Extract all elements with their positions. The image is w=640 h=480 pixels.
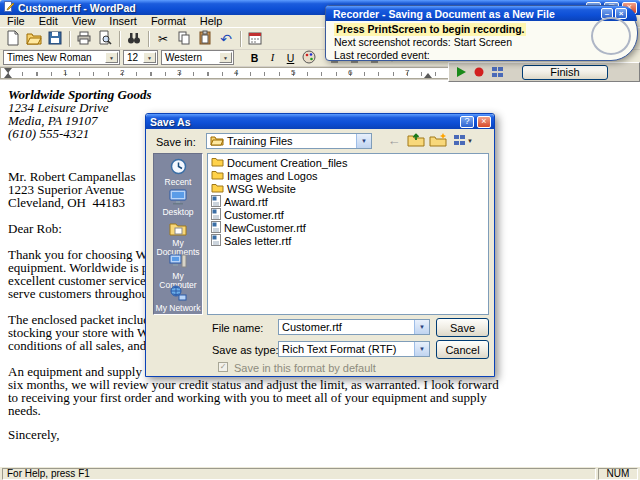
- chevron-down-icon[interactable]: ▼: [105, 52, 118, 63]
- cancel-button[interactable]: Cancel: [436, 340, 489, 359]
- new-button[interactable]: [3, 29, 23, 49]
- save-as-type-combo[interactable]: Rich Text Format (RTF) ▼: [278, 341, 430, 357]
- underline-button[interactable]: U: [282, 50, 299, 65]
- help-button[interactable]: ?: [460, 116, 474, 128]
- toolbar-separator: [69, 31, 70, 47]
- place-label: Desktop: [162, 208, 193, 217]
- menu-view[interactable]: View: [65, 15, 103, 28]
- find-button[interactable]: [124, 29, 144, 49]
- cut-button[interactable]: ✂: [153, 29, 173, 49]
- open-button[interactable]: [24, 29, 44, 49]
- place-desktop[interactable]: Desktop: [154, 187, 202, 218]
- recipient-line: Cleveland, OH 44183: [8, 196, 125, 209]
- file-name-input[interactable]: Customer.rtf ▼: [278, 319, 430, 335]
- save-as-type-value: Rich Text Format (RTF): [282, 343, 397, 355]
- file-name: Customer.rtf: [224, 209, 284, 221]
- date-time-button[interactable]: [245, 29, 265, 49]
- folder-open-icon: [210, 134, 224, 148]
- ruler-number: 6: [348, 68, 352, 77]
- list-item-folder[interactable]: WSG Website: [208, 182, 488, 195]
- menu-help[interactable]: Help: [193, 15, 230, 28]
- undo-button[interactable]: ↶: [216, 29, 236, 49]
- body-line: to receiving your first order and workin…: [8, 391, 487, 404]
- font-family-combo[interactable]: Times New Roman ▼: [3, 50, 120, 65]
- save-icon: [47, 30, 63, 48]
- new-folder-button[interactable]: [428, 131, 448, 150]
- views-button[interactable]: ▼: [450, 131, 476, 150]
- list-item-file[interactable]: Sales letter.rtf: [208, 234, 488, 247]
- chevron-down-icon[interactable]: ▼: [143, 52, 156, 63]
- computer-icon: [169, 253, 187, 271]
- screen-list-icon[interactable]: [490, 65, 504, 79]
- save-button[interactable]: Save: [436, 318, 489, 337]
- rtf-document-icon: [211, 221, 221, 235]
- start-recording-icon[interactable]: [454, 65, 468, 79]
- print-icon: [76, 30, 92, 48]
- recorder-next-screenshot-text: Next screenshot records: Start Screen: [334, 36, 597, 49]
- menu-insert[interactable]: Insert: [102, 15, 144, 28]
- place-my-computer[interactable]: My Computer: [154, 251, 202, 283]
- italic-button[interactable]: I: [264, 50, 281, 65]
- ruler-number: 2: [120, 68, 124, 77]
- place-label: Recent: [165, 178, 192, 187]
- documents-folder-icon: [169, 221, 187, 238]
- letterhead-line: (610) 555-4321: [8, 127, 89, 140]
- status-num-lock: NUM: [598, 468, 638, 480]
- up-one-level-button[interactable]: [406, 131, 426, 150]
- save-in-combo[interactable]: Training Files ▼: [206, 133, 372, 149]
- right-indent-marker[interactable]: [424, 73, 432, 78]
- ruler-number: 1: [63, 68, 67, 77]
- save-toolbar-button[interactable]: [45, 29, 65, 49]
- folder-icon: [211, 156, 224, 169]
- paste-button[interactable]: [195, 29, 215, 49]
- place-my-network[interactable]: My Network: [154, 283, 202, 314]
- menu-file[interactable]: File: [0, 15, 32, 28]
- rtf-document-icon: [211, 208, 221, 222]
- folder-icon: [211, 169, 224, 182]
- menu-edit[interactable]: Edit: [32, 15, 65, 28]
- ruler-ticks: [8, 72, 438, 76]
- list-item-file[interactable]: Customer.rtf: [208, 208, 488, 221]
- place-my-documents[interactable]: My Documents: [154, 219, 202, 251]
- copy-button[interactable]: [174, 29, 194, 49]
- save-as-title-bar[interactable]: Save As ? ×: [146, 114, 494, 129]
- font-size-value: 12: [127, 52, 138, 63]
- record-icon[interactable]: [472, 65, 486, 79]
- file-list[interactable]: Document Creation_files Images and Logos…: [207, 153, 489, 315]
- bold-button[interactable]: B: [246, 50, 263, 65]
- print-preview-button[interactable]: [95, 29, 115, 49]
- rtf-document-icon: [211, 195, 221, 209]
- finish-button[interactable]: Finish: [522, 65, 608, 80]
- recorder-ring-decoration: [591, 17, 631, 55]
- save-as-type-label: Save as type:: [212, 344, 279, 356]
- recorder-instruction-text: Press PrintScreen to begin recording.: [334, 23, 526, 36]
- list-item-file[interactable]: Award.rtf: [208, 195, 488, 208]
- print-button[interactable]: [74, 29, 94, 49]
- default-format-checkbox[interactable]: ✓: [218, 362, 228, 372]
- dialog-close-button[interactable]: ×: [477, 116, 491, 128]
- chevron-down-icon[interactable]: ▼: [414, 320, 429, 334]
- closing-line: Sincerely,: [8, 428, 60, 441]
- print-preview-icon: [97, 30, 113, 48]
- back-button[interactable]: ←: [384, 131, 404, 150]
- recorder-title-bar[interactable]: Recorder - Saving a Document as a New Fi…: [326, 6, 637, 21]
- font-color-button[interactable]: [300, 50, 317, 65]
- list-item-folder[interactable]: Images and Logos: [208, 169, 488, 182]
- font-script-combo[interactable]: Western ▼: [161, 50, 234, 65]
- font-size-combo[interactable]: 12 ▼: [123, 50, 158, 65]
- chevron-down-icon[interactable]: ▼: [219, 52, 232, 63]
- back-arrow-icon: ←: [388, 133, 401, 148]
- list-item-file[interactable]: NewCustomer.rtf: [208, 221, 488, 234]
- save-in-label: Save in:: [156, 136, 196, 148]
- recorder-body: Press PrintScreen to begin recording. Ne…: [334, 23, 597, 62]
- chevron-down-icon[interactable]: ▼: [414, 342, 429, 356]
- file-name-label: File name:: [212, 322, 263, 334]
- menu-format[interactable]: Format: [144, 15, 193, 28]
- recorder-toolbar: Finish: [448, 62, 640, 82]
- body-line: needs.: [8, 404, 41, 417]
- ruler-number: 5: [291, 68, 295, 77]
- list-item-folder[interactable]: Document Creation_files: [208, 156, 488, 169]
- left-indent-marker[interactable]: [4, 73, 12, 78]
- place-recent[interactable]: Recent: [154, 156, 202, 187]
- chevron-down-icon[interactable]: ▼: [356, 134, 371, 148]
